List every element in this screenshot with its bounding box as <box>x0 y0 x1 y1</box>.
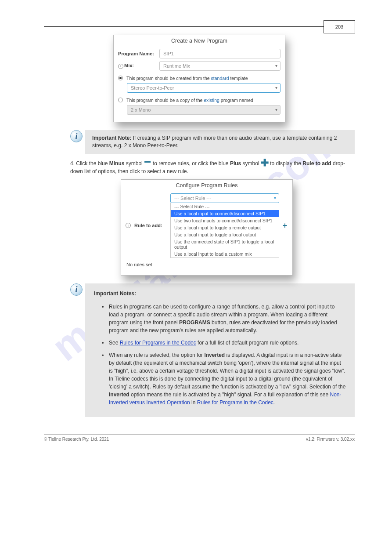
dialog2-title: Configure Program Rules <box>121 180 292 192</box>
standard-template-select[interactable]: Stereo Peer-to-Peer <box>127 83 281 93</box>
radio-standard-label: This program should be created from the … <box>126 76 281 81</box>
bullet-item: See Rules for Programs in the Codec for … <box>102 339 346 347</box>
add-rule-plus-icon[interactable]: + <box>282 221 288 230</box>
txt: Minus <box>109 160 125 167</box>
info-icon: i <box>126 223 131 228</box>
info-icon: i <box>70 283 83 296</box>
txt: to remove rules, or click the blue <box>153 160 230 167</box>
info-icon: i <box>70 130 83 142</box>
step-number: 4. <box>70 160 75 167</box>
info-icon: i <box>118 64 123 69</box>
callout-header: Important Note: <box>92 135 131 141</box>
rule-option[interactable]: Use a local input to toggle a remote out… <box>171 224 279 231</box>
radio-standard-template[interactable] <box>118 76 123 80</box>
txt: program named <box>219 98 253 103</box>
rule-option[interactable]: Use a local input to connect/disconnect … <box>171 210 279 217</box>
txt: template <box>229 76 248 81</box>
step-4: 4. Click the blue Minus symbol − to remo… <box>70 160 355 176</box>
page-number: 203 <box>324 20 355 33</box>
rule-option[interactable]: Use a local input to load a custom mix <box>171 250 279 258</box>
program-name-label: Program Name: <box>118 51 156 56</box>
txt: standard <box>211 76 229 81</box>
link-rules-for-programs[interactable]: Rules for Programs in the Codec <box>120 340 196 346</box>
bullet-item: When any rule is selected, the option fo… <box>102 351 346 406</box>
important-note-callout-1: i Important Note: If creating a SIP prog… <box>70 130 355 154</box>
rule-to-add-label: Rule to add: <box>134 223 168 228</box>
mix-label: iMix: <box>118 63 156 69</box>
callout2-header: Important Notes: <box>94 290 136 297</box>
footer-right: v1.2: Firmware v. 3.02.xx <box>306 437 355 442</box>
rule-option[interactable]: Use a local input to toggle a local outp… <box>171 231 279 238</box>
txt: PROGRAMS <box>179 319 210 326</box>
rule-to-add-select[interactable]: --- Select Rule --- --- Select Rule --- … <box>170 193 279 258</box>
header-rule: 203 <box>44 26 355 27</box>
txt: Plus <box>230 160 241 167</box>
program-name-input[interactable]: SIP1 <box>159 49 281 58</box>
page: 203 Create a New Program Program Name: S… <box>0 0 392 468</box>
txt: existing <box>204 98 219 103</box>
txt: Click the blue <box>76 160 109 167</box>
mix-select[interactable]: Runtime Mix <box>159 61 281 71</box>
rule-select-list: --- Select Rule --- Use a local input to… <box>170 203 279 258</box>
txt: for a full list of default program rule … <box>196 340 298 346</box>
txt: in <box>190 399 197 406</box>
txt: Rule to add <box>302 160 331 167</box>
no-rules-set-text: No rules set <box>121 259 292 270</box>
txt: Inverted <box>109 392 129 398</box>
footer: © Tieline Research Pty. Ltd. 2021 v1.2: … <box>44 435 355 442</box>
create-program-dialog: Create a New Program Program Name: SIP1 … <box>113 35 285 122</box>
txt: symbol <box>126 160 144 167</box>
important-notes-callout-2: i Important Notes: Rules in programs can… <box>70 283 355 417</box>
link-rules-for-programs-2[interactable]: Rules for Programs in the Codec <box>197 399 273 406</box>
existing-program-select[interactable]: 2 x Mono <box>127 105 281 115</box>
txt: Inverted <box>204 352 225 358</box>
configure-program-rules-dialog: Configure Program Rules i Rule to add: -… <box>121 179 293 276</box>
rule-option[interactable]: Use the connected state of SIP1 to toggl… <box>171 238 279 250</box>
txt: to display the <box>270 160 302 167</box>
rule-option[interactable]: Use two local inputs to connect/disconne… <box>171 217 279 224</box>
footer-rule <box>44 435 355 435</box>
txt: option means the rule is activated by a … <box>129 392 330 398</box>
radio-copy-label: This program should be a copy of the exi… <box>126 98 281 103</box>
bullet-item: Rules in programs can be used to configu… <box>102 303 346 334</box>
rule-option[interactable]: --- Select Rule --- <box>171 203 279 210</box>
radio-copy-existing[interactable] <box>118 98 123 102</box>
txt: . <box>273 399 275 406</box>
txt: See <box>109 340 120 346</box>
txt: This program should be a copy of the <box>126 98 204 103</box>
txt: symbol <box>243 160 261 167</box>
rule-select-head[interactable]: --- Select Rule --- <box>170 193 279 203</box>
mix-label-text: Mix: <box>124 63 134 68</box>
footer-left: © Tieline Research Pty. Ltd. 2021 <box>44 437 109 442</box>
txt: When any rule is selected, the option fo… <box>109 352 204 358</box>
dialog-title: Create a New Program <box>114 35 285 47</box>
txt: This program should be created from the <box>126 76 211 81</box>
